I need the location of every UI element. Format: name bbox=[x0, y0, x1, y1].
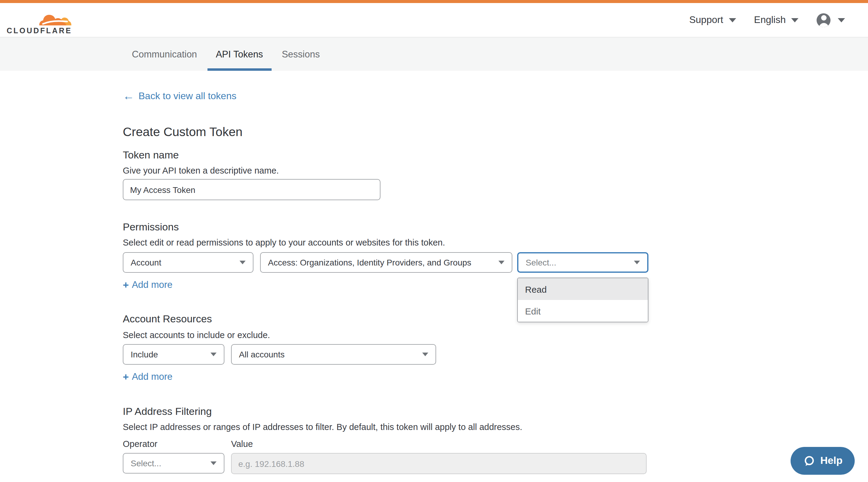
permissions-heading: Permissions bbox=[123, 221, 179, 233]
permissions-description: Select edit or read permissions to apply… bbox=[123, 238, 445, 247]
page: CLOUDFLARE Support English Communication bbox=[0, 0, 868, 482]
permission-scope-select[interactable]: Account bbox=[123, 252, 253, 273]
account-resources-add-more-link[interactable]: + Add more bbox=[123, 371, 173, 382]
back-to-tokens-link[interactable]: ← Back to view all tokens bbox=[123, 91, 237, 102]
add-more-label: Add more bbox=[132, 280, 173, 290]
permission-group-value: Access: Organizations, Identity Provider… bbox=[268, 258, 471, 267]
ip-value-input[interactable] bbox=[231, 453, 647, 474]
account-resources-description: Select accounts to include or exclude. bbox=[123, 330, 270, 340]
tab-api-tokens[interactable]: API Tokens bbox=[207, 37, 271, 71]
resource-accounts-value: All accounts bbox=[239, 350, 285, 359]
user-avatar-icon bbox=[816, 13, 831, 27]
help-label: Help bbox=[820, 455, 843, 467]
permission-group-select[interactable]: Access: Organizations, Identity Provider… bbox=[260, 252, 512, 273]
dropdown-option-read[interactable]: Read bbox=[518, 278, 648, 300]
page-title: Create Custom Token bbox=[123, 125, 243, 139]
language-label: English bbox=[754, 14, 786, 25]
tab-communication[interactable]: Communication bbox=[123, 37, 205, 71]
chevron-down-icon bbox=[838, 18, 845, 22]
brand-name: CLOUDFLARE bbox=[7, 27, 73, 35]
dropdown-caret-icon bbox=[498, 261, 504, 264]
permission-access-placeholder: Select... bbox=[526, 258, 556, 267]
permissions-add-more-link[interactable]: + Add more bbox=[123, 280, 173, 290]
plus-icon: + bbox=[123, 372, 129, 381]
resource-accounts-select[interactable]: All accounts bbox=[231, 344, 436, 365]
permission-scope-value: Account bbox=[131, 258, 161, 267]
token-name-input[interactable] bbox=[123, 179, 380, 200]
dropdown-option-edit[interactable]: Edit bbox=[518, 300, 648, 322]
brand-accent-bar bbox=[0, 0, 868, 3]
value-label: Value bbox=[231, 439, 253, 449]
token-name-description: Give your API token a descriptive name. bbox=[123, 166, 279, 175]
access-dropdown-menu: Read Edit bbox=[517, 278, 648, 322]
dropdown-caret-icon bbox=[211, 461, 217, 465]
operator-label: Operator bbox=[123, 439, 157, 449]
chevron-down-icon bbox=[791, 18, 799, 22]
user-menu[interactable] bbox=[816, 13, 845, 27]
tabs: Communication API Tokens Sessions bbox=[123, 37, 328, 71]
dropdown-caret-icon bbox=[240, 261, 246, 264]
profile-tabs-bar: Communication API Tokens Sessions bbox=[0, 37, 868, 71]
cloudflare-logo[interactable]: CLOUDFLARE bbox=[7, 10, 73, 35]
header: CLOUDFLARE Support English bbox=[0, 3, 868, 37]
resource-mode-value: Include bbox=[131, 350, 158, 359]
ip-filtering-heading: IP Address Filtering bbox=[123, 406, 212, 418]
dropdown-caret-icon bbox=[211, 353, 217, 356]
ip-operator-select[interactable]: Select... bbox=[123, 453, 224, 474]
left-arrow-icon: ← bbox=[123, 91, 134, 101]
back-link-label: Back to view all tokens bbox=[138, 91, 237, 102]
plus-icon: + bbox=[123, 280, 129, 289]
help-button[interactable]: Help bbox=[790, 447, 855, 475]
account-resources-heading: Account Resources bbox=[123, 313, 212, 325]
permission-access-select[interactable]: Select... bbox=[517, 252, 648, 273]
chevron-down-icon bbox=[728, 18, 736, 22]
cloudflare-cloud-icon bbox=[39, 10, 71, 26]
ip-filtering-description: Select IP addresses or ranges of IP addr… bbox=[123, 422, 522, 432]
add-more-label: Add more bbox=[132, 371, 173, 382]
resource-mode-select[interactable]: Include bbox=[123, 344, 224, 365]
support-label: Support bbox=[689, 14, 723, 25]
chat-bubble-icon bbox=[803, 454, 815, 467]
tab-sessions[interactable]: Sessions bbox=[273, 37, 329, 71]
header-right: Support English bbox=[689, 3, 845, 37]
dropdown-caret-icon bbox=[422, 353, 428, 356]
token-name-heading: Token name bbox=[123, 149, 179, 161]
ip-operator-placeholder: Select... bbox=[131, 458, 161, 468]
dropdown-caret-icon bbox=[634, 261, 640, 264]
language-menu[interactable]: English bbox=[754, 14, 799, 25]
active-tab-indicator bbox=[207, 68, 271, 71]
support-menu[interactable]: Support bbox=[689, 14, 736, 25]
